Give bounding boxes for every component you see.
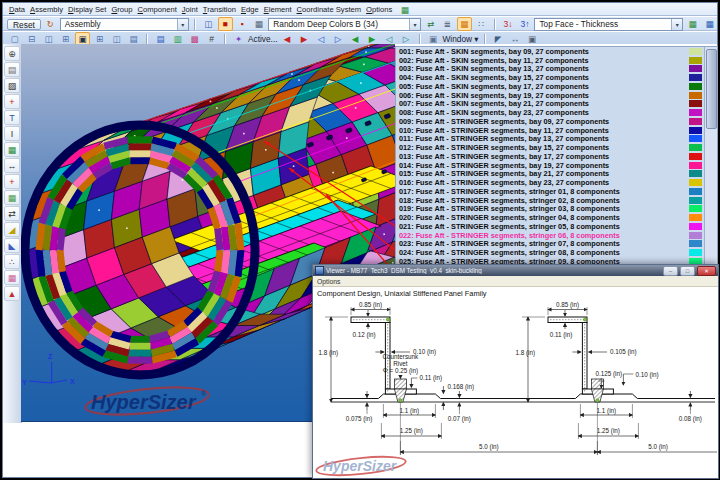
gray-grid-icon[interactable]: ▦ bbox=[251, 17, 266, 31]
sort-descending-icon[interactable]: 3↓ bbox=[501, 17, 516, 31]
solid-red-swatch-icon[interactable]: ■ bbox=[218, 17, 233, 31]
menu-joint[interactable]: Joint bbox=[182, 5, 198, 14]
green-grid-icon[interactable]: ▦ bbox=[4, 142, 20, 157]
ibeam-icon[interactable]: I bbox=[4, 126, 20, 141]
assembly-combo[interactable]: Assembly▾ bbox=[60, 18, 189, 31]
list-scrollbar[interactable] bbox=[704, 47, 717, 268]
swap-icon[interactable]: ⇄ bbox=[4, 206, 20, 221]
add-component-icon[interactable]: + bbox=[4, 174, 20, 189]
refresh-icon[interactable]: ↻ bbox=[43, 17, 58, 31]
list-item[interactable]: 014: Fuse Aft - STRINGER segments, bay 1… bbox=[396, 161, 704, 170]
list-item[interactable]: 017: Fuse Aft - STRINGER segments, strin… bbox=[396, 187, 704, 196]
component-color-chip bbox=[689, 118, 702, 125]
list-item[interactable]: 018: Fuse Aft - STRINGER segments, strin… bbox=[396, 196, 704, 205]
tree-icon[interactable]: T bbox=[4, 110, 20, 125]
add-red-icon[interactable]: + bbox=[4, 94, 20, 109]
list-item[interactable]: 013: Fuse Aft - STRINGER segments, bay 1… bbox=[396, 152, 704, 161]
menu-group[interactable]: Group bbox=[111, 5, 132, 14]
list-item[interactable]: 015: Fuse Aft - STRINGER segments, bay 2… bbox=[396, 170, 704, 179]
viewer-titlebar[interactable]: Viewer - MB77_Tech3_DSM Testing_v0.4_ski… bbox=[313, 265, 718, 276]
grid-add-icon[interactable]: ▦ bbox=[4, 190, 20, 205]
list-item[interactable]: 002: Fuse Aft - SKIN segments, bay 11, 2… bbox=[396, 56, 704, 65]
svg-text:0.85 (in): 0.85 (in) bbox=[359, 301, 382, 309]
list-view-icon[interactable]: ≣ bbox=[440, 17, 455, 31]
quick-display-icon[interactable]: ▦ bbox=[397, 3, 412, 17]
close-button[interactable]: ✕ bbox=[697, 266, 716, 276]
component-color-chip bbox=[689, 223, 702, 230]
menu-display-set[interactable]: Display Set bbox=[68, 5, 106, 14]
menu-data[interactable]: Data bbox=[9, 5, 25, 14]
chart-tri-icon[interactable]: ◢ bbox=[4, 222, 20, 237]
sort-ascending-icon[interactable]: 3↑ bbox=[517, 17, 532, 31]
component-color-chip bbox=[689, 74, 702, 81]
component-color-chip bbox=[689, 109, 702, 116]
flag-icon[interactable]: ▲ bbox=[4, 286, 20, 301]
component-color-chip bbox=[689, 179, 702, 186]
color-grid-icon[interactable]: ▦ bbox=[457, 17, 472, 31]
update-plot-icon[interactable]: ⇄ bbox=[423, 17, 438, 31]
list-item-label: 012: Fuse Aft - STRINGER segments, bay 1… bbox=[399, 143, 689, 152]
list-item-label: 013: Fuse Aft - STRINGER segments, bay 1… bbox=[399, 152, 689, 161]
list-item[interactable]: 022: Fuse Aft - STRINGER segments, strin… bbox=[396, 231, 704, 240]
hide-element-icon[interactable]: ▨ bbox=[4, 78, 20, 93]
menu-transition[interactable]: Transition bbox=[203, 5, 236, 14]
color-scheme-combo-value: Random Deep Colors B (34) bbox=[269, 19, 409, 29]
list-item[interactable]: 023: Fuse Aft - STRINGER segments, strin… bbox=[396, 240, 704, 249]
svg-text:1.25 (in): 1.25 (in) bbox=[400, 427, 423, 435]
list-item[interactable]: 003: Fuse Aft - SKIN segments, bay 13, 2… bbox=[396, 65, 704, 74]
toolbar-separator bbox=[194, 19, 196, 30]
list-item-label: 007: Fuse Aft - SKIN segments, bay 21, 2… bbox=[399, 99, 689, 108]
toolbar-separator bbox=[224, 34, 226, 45]
menu-component[interactable]: Component bbox=[138, 5, 177, 14]
pink-grid-icon[interactable]: ▦ bbox=[4, 270, 20, 285]
list-item[interactable]: 021: Fuse Aft - STRINGER segments, strin… bbox=[396, 222, 704, 231]
list-item-label: 024: Fuse Aft - STRINGER segments, strin… bbox=[399, 248, 689, 257]
measure-icon[interactable]: ⊕ bbox=[4, 46, 20, 61]
list-item[interactable]: 006: Fuse Aft - SKIN segments, bay 19, 2… bbox=[396, 91, 704, 100]
dropdown-arrow-icon[interactable]: ▾ bbox=[671, 19, 682, 30]
component-color-chip bbox=[689, 188, 702, 195]
list-item[interactable]: 020: Fuse Aft - STRINGER segments, strin… bbox=[396, 213, 704, 222]
chart-tri2-icon[interactable]: ◣ bbox=[4, 238, 20, 253]
component-color-chip bbox=[689, 127, 702, 134]
svg-text:0.105 (in): 0.105 (in) bbox=[610, 348, 637, 356]
list-item[interactable]: 011: Fuse Aft - STRINGER segments, bay 1… bbox=[396, 135, 704, 144]
list-item[interactable]: 010: Fuse Aft - STRINGER segments, bay 1… bbox=[396, 126, 704, 135]
menu-coordinate-system[interactable]: Coordinate System bbox=[297, 5, 362, 14]
list-item-label: 022: Fuse Aft - STRINGER segments, strin… bbox=[399, 231, 689, 240]
reset-button[interactable]: Reset bbox=[7, 19, 41, 30]
app-chrome: DataAssemblyDisplay SetGroupComponentJoi… bbox=[3, 3, 717, 44]
left-toolbar: ⊕▤▨+TI▦↔+▦⇄◢◣∴▦▲ bbox=[3, 44, 22, 423]
contour-combo[interactable]: Top Face - Thickness▾ bbox=[534, 18, 683, 31]
menu-edge[interactable]: Edge bbox=[241, 5, 259, 14]
menu-options[interactable]: Options bbox=[366, 5, 392, 14]
viewer-menu-options[interactable]: Options bbox=[317, 278, 340, 285]
list-item[interactable]: 012: Fuse Aft - STRINGER segments, bay 1… bbox=[396, 143, 704, 152]
dropdown-arrow-icon[interactable]: ▾ bbox=[409, 19, 420, 30]
split-view-icon[interactable]: ◫ bbox=[201, 17, 216, 31]
notes-icon[interactable]: ▤ bbox=[4, 62, 20, 77]
color-scheme-combo[interactable]: Random Deep Colors B (34)▾ bbox=[268, 18, 421, 31]
dropdown-arrow-icon[interactable]: ▾ bbox=[177, 19, 188, 30]
sort-dots-icon[interactable]: ∷ bbox=[474, 17, 489, 31]
list-item[interactable]: 019: Fuse Aft - STRINGER segments, strin… bbox=[396, 205, 704, 214]
list-item[interactable]: 024: Fuse Aft - STRINGER segments, strin… bbox=[396, 248, 704, 257]
list-item[interactable]: 016: Fuse Aft - STRINGER segments, bay 2… bbox=[396, 178, 704, 187]
menu-assembly[interactable]: Assembly bbox=[30, 5, 63, 14]
list-item[interactable]: 001: Fuse Aft - SKIN segments, bay 09, 2… bbox=[396, 47, 704, 56]
legend-blue-icon[interactable]: ▦ bbox=[702, 17, 717, 31]
list-item[interactable]: 007: Fuse Aft - SKIN segments, bay 21, 2… bbox=[396, 100, 704, 109]
list-item[interactable]: 005: Fuse Aft - SKIN segments, bay 17, 2… bbox=[396, 82, 704, 91]
minimize-button[interactable]: – bbox=[663, 266, 678, 276]
list-item[interactable]: 008: Fuse Aft - SKIN segments, bay 23, 2… bbox=[396, 108, 704, 117]
legend-green-icon[interactable]: ▦ bbox=[685, 17, 700, 31]
component-color-chip bbox=[689, 57, 702, 64]
scrollbar-thumb[interactable] bbox=[706, 49, 717, 129]
list-item[interactable]: 009: Fuse Aft - STRINGER segments, bay 0… bbox=[396, 117, 704, 126]
small-red-swatch-icon[interactable]: ▪ bbox=[235, 17, 250, 31]
maximize-button[interactable]: □ bbox=[680, 266, 695, 276]
list-item[interactable]: 004: Fuse Aft - SKIN segments, bay 15, 2… bbox=[396, 73, 704, 82]
stretch-h-icon[interactable]: ↔ bbox=[4, 158, 20, 173]
menu-element[interactable]: Element bbox=[264, 5, 292, 14]
dots-icon[interactable]: ∴ bbox=[4, 254, 20, 269]
